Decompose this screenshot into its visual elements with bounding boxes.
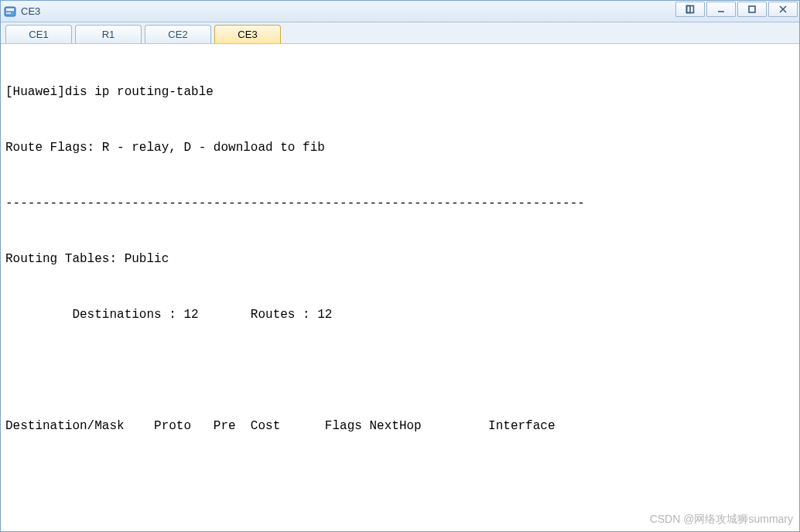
- maximize-button[interactable]: [737, 2, 767, 17]
- minimize-button[interactable]: [706, 2, 736, 17]
- divider-line: ----------------------------------------…: [5, 194, 795, 213]
- watermark-text: CSDN @网络攻城狮summary: [650, 510, 793, 528]
- dest-routes-line: Destinations : 12 Routes : 12: [5, 305, 795, 324]
- tab-ce2[interactable]: CE2: [145, 25, 211, 43]
- tab-ce1[interactable]: CE1: [5, 25, 72, 43]
- dock-button[interactable]: [675, 2, 705, 17]
- app-icon: [4, 5, 16, 18]
- titlebar: CE3: [1, 1, 799, 22]
- window-title: CE3: [21, 5, 40, 17]
- blank-line: [5, 472, 795, 491]
- close-button[interactable]: [768, 2, 798, 17]
- svg-rect-2: [6, 12, 11, 14]
- flags-line: Route Flags: R - relay, D - download to …: [5, 138, 795, 157]
- tabbar: CE1R1CE2CE3: [1, 22, 799, 44]
- svg-rect-6: [749, 6, 755, 12]
- window-controls: [674, 2, 798, 17]
- svg-rect-0: [5, 7, 15, 16]
- svg-rect-1: [6, 9, 14, 11]
- table-row: 10.1.1.0/24 EBGP 255 0 D 30.1.1.2 Gigabi…: [5, 528, 795, 531]
- blank-line: [5, 361, 795, 380]
- app-window: CE3 CE1R1CE2CE3 [Huawei]dis ip routing-t…: [0, 0, 800, 532]
- tables-line: Routing Tables: Public: [5, 250, 795, 268]
- svg-rect-4: [687, 6, 691, 13]
- cmd-line: [Huawei]dis ip routing-table: [5, 83, 795, 101]
- tab-ce3[interactable]: CE3: [214, 25, 281, 43]
- terminal-output: [Huawei]dis ip routing-table Route Flags…: [1, 44, 799, 531]
- routing-rows: 10.1.1.0/24 EBGP 255 0 D 30.1.1.2 Gigabi…: [5, 528, 795, 531]
- table-header: Destination/Mask Proto Pre Cost Flags Ne…: [5, 417, 795, 435]
- tab-r1[interactable]: R1: [75, 25, 142, 43]
